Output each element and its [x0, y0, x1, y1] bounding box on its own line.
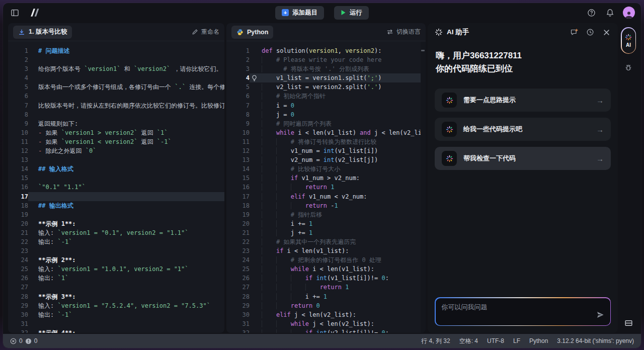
editor-line[interactable]: 16`"0.1" "1.1"` — [8, 183, 224, 192]
editor-line[interactable]: 8 — [8, 110, 224, 119]
editor-line[interactable]: 20**示例 1**: — [8, 219, 224, 228]
editor-line[interactable]: 20 i += 1 — [226, 219, 426, 228]
editor-line[interactable]: 19 — [8, 210, 224, 219]
user-avatar[interactable] — [623, 7, 635, 19]
debug-bug-icon[interactable] — [624, 64, 632, 74]
editor-line[interactable]: 7 i = 0 — [226, 101, 426, 110]
editor-line[interactable]: 2 — [8, 55, 224, 64]
cursor-position[interactable]: 行 4, 列 32 — [421, 337, 450, 345]
new-chat-icon[interactable] — [570, 28, 579, 37]
editor-line[interactable]: 22输出: `-1` — [8, 237, 224, 246]
history-icon[interactable] — [586, 28, 595, 37]
code-scrollbar[interactable] — [421, 42, 426, 333]
eol-setting[interactable]: LF — [513, 337, 520, 344]
editor-line[interactable]: 31 — [8, 319, 224, 328]
send-icon[interactable] — [596, 311, 604, 321]
editor-line[interactable]: 25 while i < len(v1_list): — [226, 265, 426, 274]
editor-line[interactable]: 14## 输入格式 — [8, 164, 224, 173]
editor-line[interactable]: 14 # 比较修订号大小 — [226, 164, 426, 173]
editor-line[interactable]: 6 # 初始化两个指针 — [226, 92, 426, 101]
problem-tab[interactable]: 1. 版本号比较 — [13, 26, 72, 39]
editor-line[interactable]: 26输出: `1` — [8, 274, 224, 283]
line-content: elif j < len(v2_list): — [250, 310, 426, 319]
editor-line[interactable]: 21 j += 1 — [226, 228, 426, 237]
editor-line[interactable]: 29 return 0 — [226, 301, 426, 310]
editor-line[interactable]: 16 return 1 — [226, 183, 426, 192]
editor-line[interactable]: 12- 除此之外返回 `0` — [8, 146, 224, 155]
editor-line[interactable]: 19 # 指针后移 — [226, 210, 426, 219]
editor-line[interactable]: 22 # 如果其中一个列表先遍历完 — [226, 237, 426, 246]
editor-line[interactable]: 13 v2_num = int(v2_list[j]) — [226, 155, 426, 164]
editor-line[interactable]: 9返回规则如下: — [8, 119, 224, 128]
ai-suggestion-card[interactable]: 帮我检查一下代码→ — [435, 147, 611, 170]
editor-line[interactable]: 11- 如果 `version1 < version2` 返回 `-1` — [8, 137, 224, 146]
editor-line[interactable]: 5版本号由一个或多个修订号组成，各修订号由一个 `.` 连接。每个修订号由 — [8, 82, 224, 92]
switch-language-button[interactable]: 切换语言 — [386, 28, 421, 36]
problem-markdown-editor[interactable]: 1# 问题描述23给你两个版本号 `version1` 和 `version2`… — [8, 41, 224, 333]
editor-line[interactable]: 30 elif j < len(v2_list): — [226, 310, 426, 319]
line-number: 11 — [226, 137, 250, 146]
editor-line[interactable]: 17 — [8, 192, 224, 201]
editor-line[interactable]: 8 j = 0 — [226, 110, 426, 119]
line-content: v1_list = version1.split(';') — [250, 73, 426, 82]
editor-line[interactable]: 27 return 1 — [226, 283, 426, 292]
editor-line[interactable]: 32 if int(v2_list[j])!= 0: — [226, 328, 426, 333]
run-button[interactable]: 运行 — [334, 6, 369, 20]
editor-line[interactable]: 24 # 把剩余的修订号都当作 0 处理 — [226, 255, 426, 265]
editor-line[interactable]: 1def solution(version1, version2): — [226, 46, 426, 55]
editor-line[interactable]: 18## 输出格式 — [8, 201, 224, 210]
editor-line[interactable]: 3 # 将版本号按 '.' 分割成列表 — [226, 64, 426, 73]
editor-line[interactable]: 28**示例 3**: — [8, 292, 224, 301]
editor-line[interactable]: 23 if i < len(v1_list): — [226, 246, 426, 255]
editor-line[interactable]: 32**示例 4**: — [8, 328, 224, 333]
close-icon[interactable] — [602, 28, 611, 37]
editor-line[interactable]: 10- 如果 `version1 > version2` 返回 `1` — [8, 128, 224, 137]
notifications-bell-icon[interactable] — [604, 7, 615, 18]
ai-rail-toggle[interactable]: AI — [621, 27, 636, 54]
editor-line[interactable]: 31 while j < len(v2_list): — [226, 319, 426, 328]
editor-line[interactable]: 10 while i < len(v1_list) and j < len(v2… — [226, 128, 426, 137]
editor-line[interactable]: 2 # Please write your code here — [226, 55, 426, 64]
editor-line[interactable]: 11 # 将修订号转换为整数进行比较 — [226, 137, 426, 146]
ai-suggestion-card[interactable]: 需要一点思路提示→ — [435, 89, 611, 112]
add-question-button[interactable]: + 添加题目 — [275, 6, 324, 20]
encoding[interactable]: UTF-8 — [487, 337, 504, 344]
editor-line[interactable]: 4 — [8, 73, 224, 82]
keyboard-panel-icon[interactable] — [624, 319, 633, 329]
help-icon[interactable] — [586, 7, 597, 18]
code-editor[interactable]: 1def solution(version1, version2):2 # Pl… — [226, 41, 426, 333]
editor-line[interactable]: 25输入: `version1 = "1.0.1", version2 = "1… — [8, 265, 224, 274]
editor-line[interactable]: 3给你两个版本号 `version1` 和 `version2` ，请你比较它们… — [8, 64, 224, 73]
ai-question-input[interactable]: 你可以问我问题 — [436, 298, 610, 325]
ai-suggestion-card[interactable]: 给我一些代码提示吧→ — [435, 118, 611, 141]
editor-line[interactable]: 7比较版本号时，请按从左到右的顺序依次比较它们的修订号。比较修订号时， — [8, 101, 224, 110]
editor-line[interactable]: 21输入: `version1 = "0.1", version2 = "1.1… — [8, 228, 224, 237]
editor-line[interactable]: 15 — [8, 173, 224, 183]
indent-setting[interactable]: 空格: 4 — [459, 337, 478, 345]
rename-button[interactable]: 重命名 — [192, 28, 219, 36]
language-tab[interactable]: Python — [231, 26, 273, 39]
editor-line[interactable]: 23 — [8, 246, 224, 255]
editor-line[interactable]: 12 v1_num = int(v1_list[i]) — [226, 146, 426, 155]
editor-line[interactable]: 6 — [8, 92, 224, 101]
editor-line[interactable]: 4 v1_list = version1.split(';') — [226, 73, 426, 82]
editor-line[interactable]: 1# 问题描述 — [8, 46, 224, 55]
line-number: 3 — [8, 64, 28, 73]
editor-line[interactable]: 15 if v1_num > v2_num: — [226, 173, 426, 183]
editor-line[interactable]: 18 return -1 — [226, 201, 426, 210]
editor-line[interactable]: 17 elif v1_num < v2_num: — [226, 192, 426, 201]
sidebar-toggle-icon[interactable] — [9, 7, 20, 18]
editor-line[interactable]: 9 # 同时遍历两个列表 — [226, 119, 426, 128]
editor-line[interactable]: 28 i += 1 — [226, 292, 426, 301]
editor-line[interactable]: 29输入: `version1 = "7.5.2.4", version2 = … — [8, 301, 224, 310]
arrow-right-icon: → — [596, 96, 604, 105]
editor-line[interactable]: 5 v2_list = version2.split('.') — [226, 82, 426, 92]
editor-line[interactable]: 24**示例 2**: — [8, 255, 224, 265]
editor-line[interactable]: 13 — [8, 155, 224, 164]
editor-line[interactable]: 30输出: `-1` — [8, 310, 224, 319]
editor-line[interactable]: 26 if int(v1_list[i])!= 0: — [226, 274, 426, 283]
editor-line[interactable]: 27 — [8, 283, 224, 292]
language-mode[interactable]: Python — [529, 337, 548, 344]
interpreter[interactable]: 3.12.2 64-bit ('shims': pyenv) — [557, 337, 634, 344]
problems-indicator[interactable]: 0 0 — [10, 337, 37, 344]
